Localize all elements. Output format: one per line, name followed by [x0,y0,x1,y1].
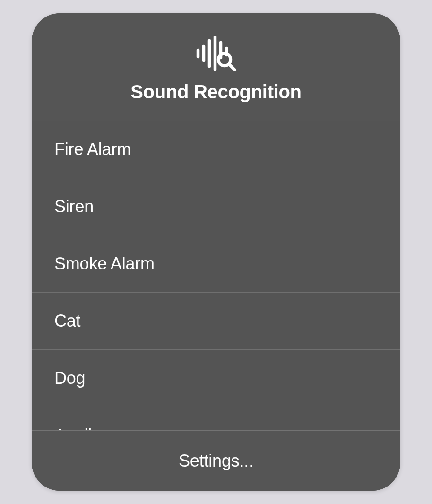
panel-header: Sound Recognition [32,13,400,121]
panel-title: Sound Recognition [130,81,302,103]
sound-recognition-panel: Sound Recognition Fire Alarm Siren Smoke… [32,13,400,491]
sound-row-smoke-alarm[interactable]: Smoke Alarm [32,235,400,293]
sound-row-label: Appliances [54,426,137,430]
sound-list[interactable]: Fire Alarm Siren Smoke Alarm Cat Dog App… [32,121,400,430]
settings-button[interactable]: Settings... [32,430,400,491]
sound-row-cat[interactable]: Cat [32,293,400,350]
sound-row-label: Cat [54,311,80,331]
sound-row-siren[interactable]: Siren [32,178,400,235]
sound-row-dog[interactable]: Dog [32,350,400,407]
sound-row-label: Fire Alarm [54,139,131,159]
sound-row-fire-alarm[interactable]: Fire Alarm [32,121,400,178]
svg-line-7 [229,64,235,70]
sound-row-label: Siren [54,197,94,217]
sound-list-inner: Fire Alarm Siren Smoke Alarm Cat Dog App… [32,121,400,430]
sound-row-label: Dog [54,368,85,388]
settings-label: Settings... [179,451,253,471]
sound-row-appliances[interactable]: Appliances [32,407,400,430]
sound-row-label: Smoke Alarm [54,254,155,274]
sound-recognition-icon [195,36,237,71]
